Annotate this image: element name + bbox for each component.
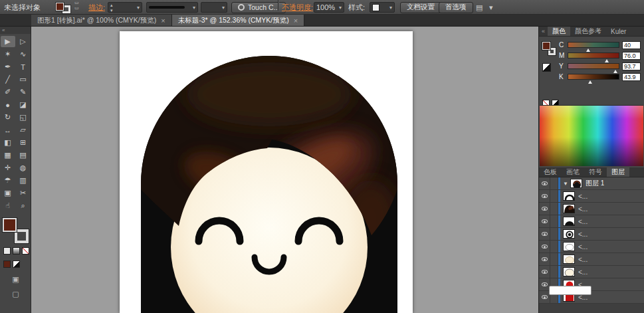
layer-name[interactable]: <... bbox=[578, 193, 588, 200]
direct-selection-tool[interactable]: ▷ bbox=[16, 36, 31, 47]
rotate-tool[interactable]: ↻ bbox=[1, 112, 15, 123]
slice-tool[interactable]: ✂ bbox=[16, 187, 31, 199]
cyan-slider[interactable] bbox=[568, 42, 619, 48]
layer-row[interactable]: <... bbox=[539, 215, 644, 228]
collapse-panel-icon[interactable]: « bbox=[539, 27, 548, 36]
rectangle-tool[interactable]: ▭ bbox=[16, 74, 31, 85]
layer-name[interactable]: <... bbox=[578, 205, 588, 213]
visibility-toggle[interactable] bbox=[539, 203, 550, 215]
visibility-toggle[interactable] bbox=[539, 177, 550, 189]
brush-definition-dropdown[interactable]: ▾ bbox=[146, 0, 198, 15]
layer-thumbnail-head-ring[interactable] bbox=[563, 229, 575, 239]
layer-row[interactable]: <... bbox=[539, 253, 644, 266]
screen-mode-icon[interactable]: ▢ bbox=[0, 290, 31, 298]
layer-name[interactable]: <... bbox=[578, 256, 588, 263]
layer-thumbnail[interactable] bbox=[570, 179, 582, 188]
width-tool[interactable]: ↔ bbox=[1, 124, 15, 136]
mini-fill-swatch[interactable] bbox=[3, 261, 11, 268]
eyedropper-tool[interactable]: ✛ bbox=[1, 162, 15, 173]
expand-triangle-icon[interactable]: ▼ bbox=[563, 181, 568, 187]
arrange-panel-icon[interactable]: ▤ bbox=[476, 0, 483, 15]
layer-thumbnail-face-shape[interactable] bbox=[563, 267, 575, 276]
free-transform-tool[interactable]: ▱ bbox=[16, 124, 31, 136]
layer-thumbnail-hair-back[interactable] bbox=[563, 217, 575, 226]
lasso-tool[interactable]: ∿ bbox=[16, 49, 31, 60]
layer-thumbnail-face-light[interactable] bbox=[563, 255, 575, 264]
close-icon[interactable]: × bbox=[294, 17, 298, 25]
pencil-tool[interactable]: ✎ bbox=[16, 86, 31, 98]
mini-bw-swatch[interactable] bbox=[13, 261, 20, 268]
layer-row[interactable]: <... bbox=[539, 228, 644, 241]
gradient-tool[interactable]: ▤ bbox=[16, 150, 31, 161]
visibility-toggle[interactable] bbox=[539, 228, 550, 240]
opacity-dropdown[interactable]: 100% ▾ bbox=[314, 0, 344, 15]
stepper-up-icon[interactable]: ▴ bbox=[110, 3, 113, 7]
document-setup-button[interactable]: 文档设置 bbox=[400, 0, 441, 15]
tab-swatches[interactable]: 色板 bbox=[539, 167, 562, 177]
layer-group-row[interactable]: ▼ 图层 1 bbox=[539, 177, 644, 190]
layer-thumbnail-hair-fringe[interactable] bbox=[563, 204, 575, 213]
width-profile-dropdown[interactable]: ▾ bbox=[201, 0, 227, 15]
stroke-link[interactable]: 描边: bbox=[88, 0, 105, 15]
tab-color-guide[interactable]: 颜色参考 bbox=[570, 27, 606, 36]
lock-cell[interactable] bbox=[550, 241, 558, 253]
stepper-down-icon[interactable]: ▾ bbox=[110, 8, 113, 13]
layer-name[interactable]: 图层 1 bbox=[586, 179, 604, 188]
panel-bw-proxy[interactable] bbox=[542, 63, 551, 72]
eraser-tool[interactable]: ◪ bbox=[16, 99, 31, 110]
style-dropdown[interactable]: ▾ bbox=[370, 0, 395, 15]
fill-color-swatch[interactable] bbox=[3, 218, 17, 232]
column-graph-tool[interactable]: ▥ bbox=[16, 175, 31, 186]
layer-name[interactable]: <... bbox=[578, 218, 588, 225]
magenta-slider[interactable] bbox=[568, 52, 619, 58]
pen-tool[interactable]: ✒ bbox=[1, 61, 15, 72]
blend-tool[interactable]: ◍ bbox=[16, 162, 31, 173]
panel-fill-swatch[interactable] bbox=[542, 42, 550, 50]
mesh-tool[interactable]: ▦ bbox=[1, 150, 15, 161]
lock-cell[interactable] bbox=[550, 190, 558, 202]
blob-brush-tool[interactable]: ● bbox=[1, 99, 15, 110]
selection-tool[interactable]: ▶ bbox=[1, 36, 15, 47]
fill-stroke-proxy[interactable] bbox=[56, 0, 70, 15]
zoom-tool[interactable]: ⌕ bbox=[16, 200, 31, 211]
layer-name[interactable]: <... bbox=[578, 231, 588, 238]
tab-kuler[interactable]: Kuler bbox=[606, 27, 631, 36]
fill-swatch[interactable] bbox=[56, 3, 64, 11]
artboard-tool[interactable]: ▣ bbox=[1, 187, 15, 199]
preferences-button[interactable]: 首选项 bbox=[439, 0, 473, 15]
slider-thumb-icon[interactable] bbox=[588, 80, 592, 84]
lock-cell[interactable] bbox=[550, 215, 558, 227]
layer-name[interactable]: <... bbox=[578, 243, 588, 251]
stroke-weight-dropdown[interactable]: ▴ ▾ ▾ bbox=[108, 0, 142, 15]
layer-row[interactable]: <... bbox=[539, 266, 644, 278]
tab-layers[interactable]: 图层 bbox=[607, 167, 629, 177]
stroke-color-swatch[interactable] bbox=[15, 229, 29, 243]
visibility-toggle[interactable] bbox=[539, 253, 550, 265]
visibility-toggle[interactable] bbox=[539, 266, 550, 278]
layer-row[interactable]: <... bbox=[539, 241, 644, 253]
layer-thumbnail-eye-white[interactable] bbox=[563, 242, 575, 251]
layer-name[interactable]: <... bbox=[578, 268, 588, 276]
black-value-field[interactable]: 43.9 bbox=[622, 73, 641, 81]
document-tab-active[interactable]: 未标题-3* @ 152.36% (CMYK/预览) × bbox=[172, 15, 304, 26]
scale-tool[interactable]: ◱ bbox=[16, 112, 31, 123]
magenta-value-field[interactable]: 76.0 bbox=[622, 52, 641, 60]
shape-builder-tool[interactable]: ◧ bbox=[1, 137, 15, 148]
cyan-value-field[interactable]: 40 bbox=[622, 41, 641, 49]
line-segment-tool[interactable]: ╱ bbox=[1, 74, 15, 85]
tab-brushes[interactable]: 画笔 bbox=[562, 167, 584, 177]
layer-row[interactable]: <... bbox=[539, 203, 644, 215]
opacity-link[interactable]: 不透明度: bbox=[282, 0, 313, 15]
visibility-toggle[interactable] bbox=[539, 241, 550, 253]
layer-rename-field[interactable] bbox=[549, 286, 591, 295]
yellow-value-field[interactable]: 93.7 bbox=[622, 62, 641, 70]
document-tab-inactive[interactable]: 图形1 [转换].ai* @ 100% (CMYK/预览) × bbox=[31, 15, 172, 26]
color-mode-icon[interactable] bbox=[3, 247, 11, 255]
perspective-grid-tool[interactable]: ⊞ bbox=[16, 137, 31, 148]
tab-color[interactable]: 颜色 bbox=[548, 27, 570, 36]
tools-collapse-icon[interactable]: « bbox=[0, 27, 31, 34]
panel-fill-stroke-proxy[interactable] bbox=[542, 42, 556, 55]
lock-cell[interactable] bbox=[550, 253, 558, 265]
lock-cell[interactable] bbox=[550, 228, 558, 240]
symbol-sprayer-tool[interactable]: ☂ bbox=[1, 175, 15, 186]
